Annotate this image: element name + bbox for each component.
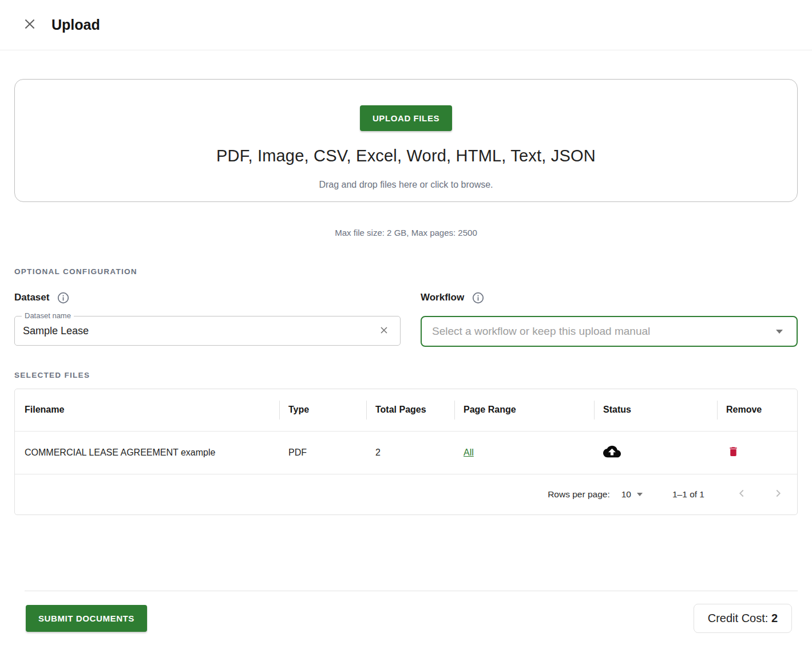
accepted-formats-text: PDF, Image, CSV, Excel, Word, HTML, Text…	[216, 147, 596, 165]
optional-configuration-heading: OPTIONAL CONFIGURATION	[14, 267, 798, 276]
table-row: COMMERCIAL LEASE AGREEMENT example PDF 2…	[15, 431, 797, 474]
rows-per-page-label: Rows per page:	[548, 489, 610, 500]
dataset-name-field: Dataset name	[14, 316, 401, 346]
dataset-name-input[interactable]	[23, 325, 376, 337]
upload-files-button[interactable]: UPLOAD FILES	[360, 105, 452, 131]
table-pagination: Rows per page: 10 1–1 of 1	[15, 474, 797, 515]
page-range-all-link[interactable]: All	[464, 448, 474, 457]
clear-dataset-button[interactable]	[376, 322, 392, 340]
credit-cost-value: 2	[771, 612, 778, 624]
column-header-total-pages: Total Pages	[366, 389, 454, 431]
footer-bar: SUBMIT DOCUMENTS Credit Cost: 2	[26, 604, 792, 633]
submit-documents-button[interactable]: SUBMIT DOCUMENTS	[26, 605, 147, 632]
drag-drop-hint: Drag and drop files here or click to bro…	[319, 180, 493, 190]
file-page-range-cell: All	[454, 431, 594, 474]
trash-icon	[727, 445, 739, 460]
file-status-cell	[594, 431, 717, 474]
column-header-type: Type	[279, 389, 366, 431]
chevron-right-icon	[772, 487, 785, 501]
file-total-pages-cell: 2	[366, 431, 454, 474]
main-content: UPLOAD FILES PDF, Image, CSV, Excel, Wor…	[0, 79, 812, 633]
file-name-cell: COMMERCIAL LEASE AGREEMENT example	[15, 431, 279, 474]
remove-file-button[interactable]	[726, 444, 740, 461]
rows-per-page-select[interactable]: 10	[621, 489, 643, 500]
cloud-upload-icon	[603, 450, 621, 460]
dataset-label: Dataset	[14, 292, 49, 303]
close-icon	[22, 17, 37, 33]
column-header-status: Status	[594, 389, 717, 431]
chevron-down-icon	[776, 330, 783, 334]
config-row: Dataset Dataset name Workflow	[14, 291, 798, 347]
workflow-select-placeholder: Select a workflow or keep this upload ma…	[432, 325, 776, 338]
file-type-cell: PDF	[279, 431, 366, 474]
file-dropzone[interactable]: UPLOAD FILES PDF, Image, CSV, Excel, Wor…	[14, 79, 798, 202]
workflow-column: Workflow Select a workflow or keep this …	[421, 291, 798, 347]
file-remove-cell	[717, 431, 797, 474]
next-page-button[interactable]	[769, 484, 788, 505]
credit-cost-label: Credit Cost:	[708, 612, 771, 624]
chevron-down-icon	[637, 493, 643, 496]
dataset-info-icon[interactable]	[57, 292, 69, 304]
pagination-range: 1–1 of 1	[672, 489, 704, 500]
chevron-left-icon	[735, 487, 748, 501]
footer-divider	[25, 591, 798, 591]
dataset-column: Dataset Dataset name	[14, 291, 401, 347]
close-button[interactable]	[22, 17, 38, 33]
file-limits-text: Max file size: 2 GB, Max pages: 2500	[14, 228, 798, 238]
page-title: Upload	[52, 17, 100, 33]
column-header-filename: Filename	[15, 389, 279, 431]
column-header-remove: Remove	[717, 389, 797, 431]
credit-cost-badge: Credit Cost: 2	[694, 604, 792, 633]
workflow-label: Workflow	[421, 292, 464, 303]
column-header-page-range: Page Range	[454, 389, 594, 431]
workflow-select[interactable]: Select a workflow or keep this upload ma…	[421, 316, 798, 347]
rows-per-page-value: 10	[621, 489, 631, 500]
dialog-header: Upload	[0, 0, 812, 50]
selected-files-table: Filename Type Total Pages Page Range Sta…	[14, 389, 798, 515]
dataset-name-floating-label: Dataset name	[22, 311, 74, 320]
clear-icon	[378, 325, 390, 338]
workflow-info-icon[interactable]	[472, 292, 484, 304]
previous-page-button[interactable]	[732, 484, 751, 505]
table-header-row: Filename Type Total Pages Page Range Sta…	[15, 389, 797, 431]
selected-files-heading: SELECTED FILES	[14, 371, 798, 379]
